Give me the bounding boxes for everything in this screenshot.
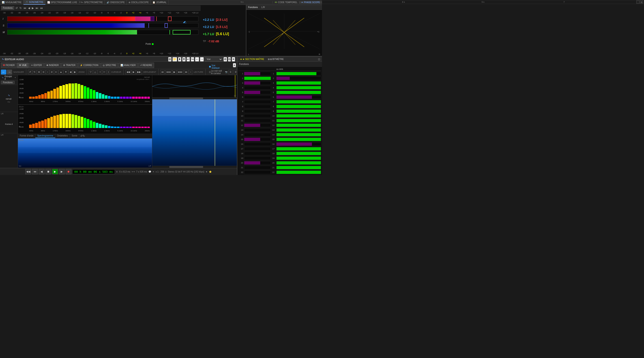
undo-icon[interactable]: ↩: [186, 57, 190, 61]
phase-label-r: R: [319, 53, 320, 55]
right-panel-close[interactable]: ⊡: [318, 58, 320, 61]
tab-spectrogramme[interactable]: Spectrogramme: [36, 134, 55, 138]
freq-bar-17: [80, 85, 83, 99]
waveform-scrollbar-2[interactable]: [152, 166, 237, 168]
zoom-btn-6[interactable]: ▼: [64, 70, 68, 74]
home-icon[interactable]: ⏮: [40, 6, 43, 10]
transport-fwd[interactable]: ▶: [59, 169, 65, 174]
back-icon[interactable]: ←: [195, 57, 199, 61]
loop-icon[interactable]: ↺: [15, 6, 18, 10]
download-icon[interactable]: ⬇: [178, 57, 182, 61]
skip-back-icon[interactable]: ⏮: [23, 6, 27, 10]
zoom-btn-7[interactable]: ◀: [68, 70, 72, 74]
tab-bitmetre[interactable]: ⊞ ⊞ BITMÈTRE: [267, 58, 284, 60]
snapshot-2[interactable]: ②: [234, 70, 237, 74]
skip-forward-icon[interactable]: ⏭: [35, 6, 39, 10]
zoom-in-button[interactable]: ⊕: [37, 70, 41, 74]
zoom-fit-button[interactable]: ↕: [46, 70, 49, 74]
refresh-icon[interactable]: ↻: [19, 6, 22, 10]
freq-bar-32: [126, 127, 129, 128]
snapshot-1[interactable]: ①: [228, 70, 233, 74]
cursor-btn-3[interactable]: ⊣: [98, 70, 102, 74]
meter-label-m: M: [3, 31, 6, 33]
correction-button[interactable]: ⚡ CORRECTION: [78, 63, 100, 68]
scroll-btn-1[interactable]: ◀◀: [126, 70, 131, 74]
freq-bars-1: [18, 75, 152, 104]
cursor-btn-4[interactable]: ⊢: [102, 70, 106, 74]
split-icon[interactable]: ⧉: [228, 57, 231, 61]
inserer-button[interactable]: ✚ INSÉRER: [44, 63, 61, 68]
spectrogram-svg-bottom: [18, 138, 152, 168]
tab-loop-icon[interactable]: ↺: [80, 134, 83, 138]
tab-section-maitre[interactable]: ★ ★ SECTION MAÎTRE: [239, 58, 265, 60]
zoom-btn-3[interactable]: ⊘: [50, 70, 54, 74]
svg-text:0: 0: [282, 33, 283, 35]
cursor-btn-5[interactable]: |: [107, 70, 110, 74]
zoom-btn-4[interactable]: ⇤: [54, 70, 58, 74]
analyser-button[interactable]: 📊 ANALYSER: [118, 63, 138, 68]
scrollbar-thumb-1[interactable]: [169, 97, 203, 99]
upload-icon[interactable]: ⬆: [182, 57, 186, 61]
lr-label: L/R: [261, 6, 265, 8]
transport-back[interactable]: ◀: [39, 169, 44, 174]
play-btn-4[interactable]: ⏭⏭: [177, 70, 184, 74]
play-btn-6[interactable]: ↕: [189, 70, 192, 74]
spectre-button[interactable]: ◎ SPECTRE: [101, 63, 118, 68]
nav-forward-button[interactable]: →: [7, 70, 12, 74]
view-dropdown[interactable]: Vue: [205, 57, 222, 61]
zoom-btn-5[interactable]: ▲: [59, 70, 63, 74]
play-btn-1[interactable]: ⏮: [160, 70, 165, 74]
fonctions-pill[interactable]: Fonctions: [1, 81, 14, 84]
transport-rec[interactable]: ⏺: [66, 169, 72, 174]
play-btn-5[interactable]: ⏭: [184, 70, 188, 74]
transport-play[interactable]: ▶: [52, 169, 58, 174]
transport-start[interactable]: ⏮: [32, 169, 38, 174]
tp-label: TP: [203, 40, 206, 42]
redo-icon[interactable]: ↪: [191, 57, 194, 61]
tab-forme-donde[interactable]: Forme d'onde: [18, 134, 36, 138]
close-editor-icon[interactable]: ✕: [232, 57, 235, 61]
duration-display: 6 s 613 ms: [119, 170, 130, 173]
editer-button[interactable]: ✏ ÉDITER: [29, 63, 44, 68]
bitmetre-row: 1717: [238, 147, 321, 151]
step-back-icon[interactable]: ◀: [28, 6, 30, 10]
waveform-scrollbar-1[interactable]: [152, 97, 237, 99]
folder-icon[interactable]: 📁: [172, 57, 177, 61]
settings-icon[interactable]: ⚙: [224, 57, 227, 61]
transport-prev[interactable]: ◀◀: [25, 169, 31, 174]
meter-bar-peak-i: [156, 16, 157, 21]
mode-static[interactable]: Vue Statique: [209, 64, 222, 69]
transport-stop[interactable]: ⏹: [46, 169, 51, 174]
play-btn-3[interactable]: ▶: [172, 70, 176, 74]
nav-back-button[interactable]: ←: [1, 70, 6, 74]
add-track-button[interactable]: +: [14, 76, 16, 79]
zoom-btn-1[interactable]: ↺: [28, 70, 32, 74]
forward-icon[interactable]: →: [200, 57, 204, 61]
waveform-svg-1: [152, 75, 237, 97]
scroll-btn-2[interactable]: ▶: [132, 70, 136, 74]
phase-label-lr: L R: [246, 53, 322, 56]
zoom-btn-2[interactable]: ↻: [32, 70, 36, 74]
zoom-btn-8[interactable]: ▶: [73, 70, 77, 74]
rendre-button[interactable]: ⏎ RENDRE: [138, 63, 154, 68]
play-btn-2[interactable]: ⏮⏮: [165, 70, 172, 74]
tab-sonie[interactable]: Sonie: [70, 134, 80, 138]
freq-bar-11: [62, 114, 65, 128]
tab-refresh-icon[interactable]: ↻: [83, 134, 85, 138]
collapse-toolbar-icon[interactable]: ∧: [233, 63, 236, 67]
tab-ondelettes[interactable]: Ondelettes: [55, 134, 70, 138]
scrollbar-thumb-2[interactable]: [169, 166, 203, 168]
freq-bar-39: [147, 127, 150, 128]
traiter-button[interactable]: ⚙ TRAITER: [61, 63, 78, 68]
grid-icon[interactable]: ⊞: [168, 57, 172, 61]
mode-follow[interactable]: La vue suit le curseur: [209, 70, 222, 74]
fonctions-button[interactable]: Fonctions: [1, 6, 14, 10]
zoom-out-button[interactable]: ⊖: [42, 70, 46, 74]
scroll-btn-3[interactable]: ▶▶: [136, 70, 142, 74]
vue-button[interactable]: 👁 VUE: [17, 63, 29, 68]
cursor-btn-2[interactable]: △: [93, 70, 97, 74]
freq-bar-12: [66, 114, 68, 128]
step-forward-icon[interactable]: ▶: [31, 6, 34, 10]
cursor-btn-1[interactable]: ▽: [89, 70, 93, 74]
fichier-button[interactable]: W FICHIER: [1, 63, 16, 68]
